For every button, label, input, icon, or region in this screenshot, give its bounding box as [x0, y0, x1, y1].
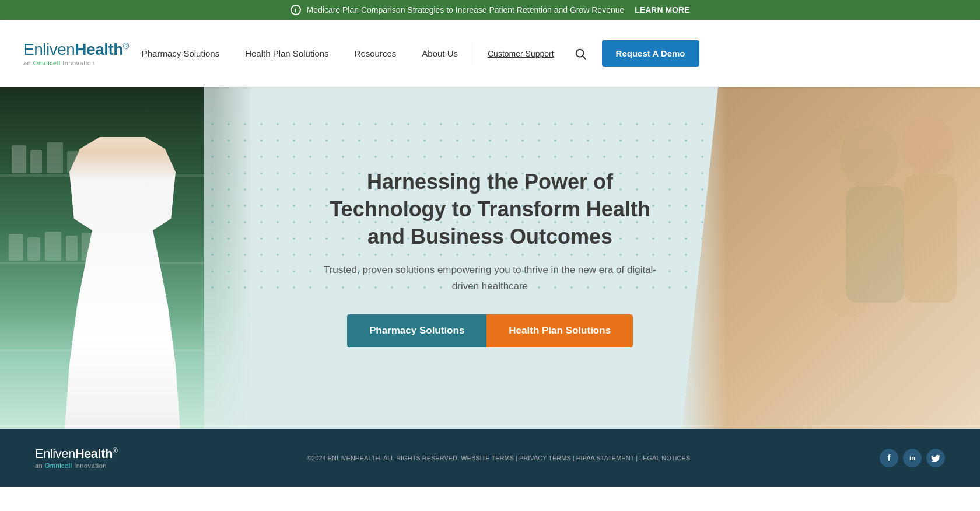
nav-customer-support[interactable]: Customer Support [477, 20, 565, 87]
footer-privacy-terms[interactable]: PRIVACY TERMS [519, 454, 571, 461]
search-button[interactable] [565, 20, 596, 87]
logo[interactable]: EnlivenHealth® an Omnicell Innovation [23, 40, 129, 66]
nav-pharmacy-solutions[interactable]: Pharmacy Solutions [129, 20, 232, 87]
footer-logo: EnlivenHealth® an Omnicell Innovation [35, 446, 117, 469]
hero-buttons: Pharmacy Solutions Health Plan Solutions [321, 314, 659, 347]
pharmacy-solutions-button[interactable]: Pharmacy Solutions [347, 314, 487, 347]
footer-center: ©2024 ENLIVENHEALTH. ALL RIGHTS RESERVED… [307, 454, 690, 461]
hero-title: Harnessing the Power of Technology to Tr… [321, 169, 659, 250]
svg-point-16 [840, 125, 898, 189]
banner-text: Medicare Plan Comparison Strategies to I… [307, 5, 625, 15]
main-nav: Pharmacy Solutions Health Plan Solutions… [129, 20, 699, 87]
nav-resources[interactable]: Resources [342, 20, 410, 87]
footer: EnlivenHealth® an Omnicell Innovation ©2… [0, 429, 980, 487]
svg-line-1 [583, 56, 586, 59]
svg-rect-11 [9, 234, 23, 261]
svg-rect-7 [47, 142, 63, 173]
svg-rect-13 [45, 232, 61, 261]
twitter-bird-icon [931, 454, 940, 462]
svg-rect-5 [12, 145, 26, 173]
linkedin-icon[interactable]: in [903, 449, 922, 467]
svg-rect-19 [846, 186, 904, 303]
banner-link[interactable]: LEARN MORE [635, 5, 690, 15]
svg-point-0 [576, 49, 583, 57]
svg-rect-14 [66, 236, 78, 261]
top-banner: i Medicare Plan Comparison Strategies to… [0, 0, 980, 20]
header: EnlivenHealth® an Omnicell Innovation Ph… [0, 20, 980, 87]
svg-rect-20 [904, 174, 957, 303]
nav-health-plan-solutions[interactable]: Health Plan Solutions [232, 20, 341, 87]
footer-logo-text: EnlivenHealth® [35, 446, 117, 461]
health-plan-solutions-button[interactable]: Health Plan Solutions [487, 314, 633, 347]
svg-rect-6 [30, 150, 42, 173]
footer-legal-notices[interactable]: LEGAL NOTICES [639, 454, 690, 461]
family-illustration [682, 87, 980, 429]
hero-section: Harnessing the Power of Technology to Tr… [0, 87, 980, 429]
hero-subtitle: Trusted, proven solutions empowering you… [321, 262, 659, 294]
logo-text: EnlivenHealth® [23, 40, 129, 59]
search-icon [574, 47, 587, 60]
svg-rect-12 [27, 237, 40, 261]
footer-hipaa-statement[interactable]: HIPAA STATEMENT [576, 454, 634, 461]
twitter-icon[interactable] [926, 449, 945, 467]
nav-divider [474, 42, 474, 65]
facebook-icon[interactable]: f [880, 449, 898, 467]
footer-website-terms[interactable]: WEBSITE TERMS [461, 454, 514, 461]
hero-content: Harnessing the Power of Technology to Tr… [321, 169, 659, 347]
info-icon: i [290, 5, 301, 15]
logo-tagline: an Omnicell Innovation [23, 60, 129, 66]
hero-right-image [682, 87, 980, 429]
footer-logo-tagline: an Omnicell Innovation [35, 462, 117, 469]
footer-social: f in [880, 449, 945, 467]
request-demo-button[interactable]: Request A Demo [602, 40, 699, 66]
svg-point-17 [901, 116, 954, 174]
footer-copyright: ©2024 ENLIVENHEALTH. ALL RIGHTS RESERVED… [307, 454, 459, 461]
nav-about-us[interactable]: About Us [409, 20, 471, 87]
